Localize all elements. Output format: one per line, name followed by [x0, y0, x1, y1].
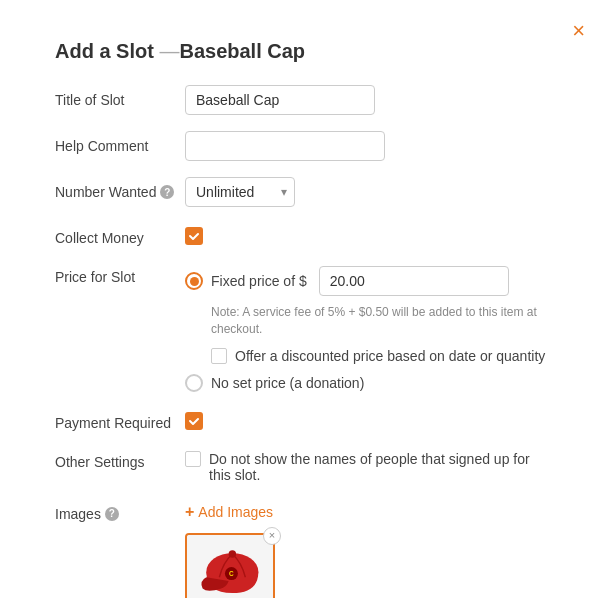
title-of-slot-row: Title of Slot: [55, 85, 555, 115]
checkmark-icon: [188, 230, 200, 242]
title-prefix: Add a Slot: [55, 40, 154, 62]
number-wanted-select[interactable]: Unlimited 1 2 5 10 Custom: [185, 177, 295, 207]
add-images-button[interactable]: + Add Images: [185, 499, 273, 525]
price-for-slot-label: Price for Slot: [55, 262, 185, 285]
add-images-label: Add Images: [198, 504, 273, 520]
discount-checkbox[interactable]: [211, 348, 227, 364]
number-wanted-control: Unlimited 1 2 5 10 Custom: [185, 177, 555, 207]
other-settings-label: Other Settings: [55, 447, 185, 470]
title-of-slot-input[interactable]: [185, 85, 375, 115]
title-suffix: Baseball Cap: [179, 40, 305, 62]
other-settings-row: Other Settings Do not show the names of …: [55, 447, 555, 483]
discount-label: Offer a discounted price based on date o…: [235, 348, 545, 364]
collect-money-row: Collect Money: [55, 223, 555, 246]
collect-money-checkbox[interactable]: [185, 227, 203, 245]
title-of-slot-control: [185, 85, 555, 115]
number-wanted-select-wrapper: Unlimited 1 2 5 10 Custom: [185, 177, 295, 207]
title-dash: —: [154, 40, 180, 62]
dialog-title: Add a Slot —Baseball Cap: [55, 40, 555, 63]
close-button[interactable]: ×: [572, 20, 585, 42]
images-row: Images ? + Add Images ×: [55, 499, 555, 598]
help-comment-input[interactable]: [185, 131, 385, 161]
images-label: Images ?: [55, 499, 185, 522]
fixed-price-radio-row: Fixed price of $: [185, 266, 555, 296]
thumbnail-image: C: [187, 535, 273, 598]
title-of-slot-label: Title of Slot: [55, 85, 185, 108]
price-for-slot-row: Price for Slot Fixed price of $ Note: A …: [55, 262, 555, 392]
fixed-price-input[interactable]: [319, 266, 509, 296]
thumbnail-close-button[interactable]: ×: [263, 527, 281, 545]
payment-required-control: [185, 408, 555, 430]
other-settings-option-row: Do not show the names of people that sig…: [185, 447, 555, 483]
svg-text:C: C: [229, 570, 234, 577]
other-settings-option-label: Do not show the names of people that sig…: [209, 451, 555, 483]
help-comment-control: [185, 131, 555, 161]
other-settings-control: Do not show the names of people that sig…: [185, 447, 555, 483]
service-note: Note: A service fee of 5% + $0.50 will b…: [211, 304, 551, 338]
number-wanted-help-icon[interactable]: ?: [160, 185, 174, 199]
image-thumbnail: ×: [185, 533, 275, 598]
no-set-price-label: No set price (a donation): [211, 375, 364, 391]
images-help-icon[interactable]: ?: [105, 507, 119, 521]
other-settings-checkbox[interactable]: [185, 451, 201, 467]
images-control: + Add Images ×: [185, 499, 555, 598]
baseball-cap-image: C: [193, 542, 268, 598]
checkmark-icon-2: [188, 415, 200, 427]
no-set-price-radio-row: No set price (a donation): [185, 374, 555, 392]
fixed-price-label: Fixed price of $: [211, 273, 307, 289]
number-wanted-row: Number Wanted ? Unlimited 1 2 5 10 Custo…: [55, 177, 555, 207]
price-for-slot-control: Fixed price of $ Note: A service fee of …: [185, 262, 555, 392]
payment-required-checkbox[interactable]: [185, 412, 203, 430]
collect-money-control: [185, 223, 555, 245]
discount-row: Offer a discounted price based on date o…: [211, 348, 555, 364]
fixed-price-radio[interactable]: [185, 272, 203, 290]
payment-required-row: Payment Required: [55, 408, 555, 431]
help-comment-row: Help Comment: [55, 131, 555, 161]
add-slot-dialog: × Add a Slot —Baseball Cap Title of Slot…: [25, 20, 585, 598]
help-comment-label: Help Comment: [55, 131, 185, 154]
no-set-price-radio[interactable]: [185, 374, 203, 392]
add-images-plus-icon: +: [185, 503, 194, 521]
number-wanted-label: Number Wanted ?: [55, 177, 185, 200]
payment-required-label: Payment Required: [55, 408, 185, 431]
collect-money-label: Collect Money: [55, 223, 185, 246]
